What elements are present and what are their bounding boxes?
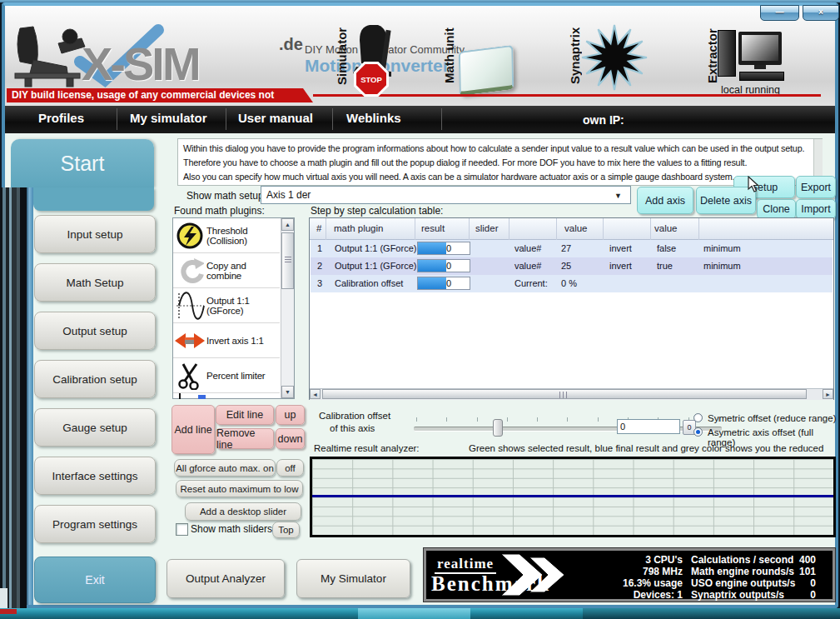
chevron-down-icon[interactable]: ▼ — [614, 192, 622, 200]
add-axis-button[interactable]: Add axis — [637, 187, 693, 214]
cell-plugin: Output 1:1 (GForce) — [335, 243, 416, 253]
result-progress-bar: 0 — [417, 242, 470, 255]
plugin-item-percent-limiter[interactable]: Percent limiter — [173, 358, 280, 393]
cell-plugin: Calibration offset — [335, 278, 403, 288]
gforce-auto-max-button[interactable]: All gforce auto max. on — [174, 459, 276, 477]
move-up-button[interactable]: up — [276, 405, 305, 425]
sidebar-item-interface-settings[interactable]: Interface settings — [34, 457, 156, 495]
scroll-left-icon[interactable]: ◄ — [310, 389, 321, 399]
plugin-name: Copy and combine — [206, 261, 280, 281]
table-row[interactable]: 2 Output 1:1 (GForce) 0 value# 25 invert… — [311, 257, 833, 275]
menu-separator — [441, 108, 442, 130]
own-ip-label: own IP: — [583, 113, 624, 127]
import-button[interactable]: Import — [796, 199, 836, 219]
button-label: off — [285, 463, 296, 473]
benchmark-cpus: 3 CPU's — [574, 554, 683, 566]
desktop-background — [0, 187, 27, 619]
sidebar-item-start-body[interactable] — [33, 187, 154, 211]
output-analyzer-button[interactable]: Output Analyzer — [167, 559, 285, 598]
calibration-offset-label: Calibration offset — [319, 411, 390, 421]
scroll-up-icon[interactable]: ▲ — [281, 218, 294, 231]
screen: — × X-SIM .de DIY Motion Simulator Commu… — [0, 0, 840, 619]
sidebar-label: Gauge setup — [62, 422, 127, 434]
add-line-button[interactable]: Add line — [171, 405, 215, 454]
plugin-item-output-gforce[interactable]: Output 1:1 (GForce) — [173, 288, 280, 323]
starburst-icon — [580, 23, 649, 92]
license-banner: DIY build license, usage of any commerci… — [7, 88, 313, 102]
cpu-chip-icon — [459, 45, 514, 96]
plugin-item-copy-combine[interactable]: Copy and combine — [173, 253, 280, 288]
sidebar-item-start[interactable]: Start — [11, 139, 154, 187]
scissors-icon — [173, 362, 206, 390]
menu-profiles[interactable]: Profiles — [38, 111, 84, 125]
cell-val2: false — [657, 243, 676, 253]
export-button[interactable]: Export — [796, 176, 836, 198]
minimize-button[interactable]: — — [760, 5, 799, 21]
scrollbar-thumb[interactable] — [281, 232, 294, 289]
sidebar-label: Math Setup — [66, 277, 123, 289]
table-row[interactable]: 3 Calibration offset 0 Current: 0 % — [311, 275, 833, 292]
sidebar-item-calibration-setup[interactable]: Calibration setup — [34, 360, 156, 398]
stage-label-simulator: Simulator — [335, 21, 349, 91]
scroll-down-icon[interactable]: ▼ — [281, 386, 294, 398]
close-button[interactable]: × — [803, 5, 839, 21]
add-desktop-slider-button[interactable]: Add a desktop slider — [185, 502, 301, 521]
sidebar-item-output-setup[interactable]: Output setup — [34, 312, 156, 350]
plugin-name: Percent limiter — [206, 371, 266, 381]
my-simulator-button[interactable]: My Simulator — [296, 559, 410, 598]
reset-auto-max-button[interactable]: Reset auto maximum to low — [176, 480, 303, 497]
show-math-sliders-checkbox[interactable] — [176, 523, 188, 536]
cell-key2: invert — [609, 261, 632, 271]
calibration-slider-thumb[interactable] — [493, 419, 503, 437]
offset-value-input[interactable] — [617, 419, 680, 434]
menu-weblinks[interactable]: Weblinks — [346, 111, 401, 125]
clone-button[interactable]: Clone — [757, 199, 796, 219]
scroll-right-icon[interactable]: ► — [823, 389, 833, 399]
plugin-item-threshold[interactable]: Threshold (Collision) — [173, 218, 280, 253]
license-banner-line — [313, 94, 821, 97]
benchmark-calc-label: Calculations / second — [691, 554, 793, 566]
table-row[interactable]: 1 Output 1:1 (GForce) 0 value# 27 invert… — [311, 240, 833, 257]
red-double-arrow-icon — [173, 332, 206, 350]
cell-num: 3 — [317, 278, 322, 288]
axis-select-dropdown[interactable]: Axis 1 der — [261, 186, 631, 204]
cell-key1: Current: — [514, 278, 548, 288]
intro-line-3: Also you can specify how much virtual ax… — [183, 170, 817, 184]
cell-val1: 27 — [561, 243, 571, 253]
symetric-offset-radio[interactable] — [693, 413, 703, 422]
benchmark-math-label: Math engine rounds/s — [691, 566, 794, 577]
sidebar-item-gauge-setup[interactable]: Gauge setup — [34, 408, 156, 447]
button-label: Reset auto maximum to low — [181, 484, 299, 494]
table-label: Step by step calculation table: — [311, 205, 443, 217]
sidebar-label: Calibration setup — [52, 373, 137, 386]
edit-line-button[interactable]: Edit line — [216, 405, 274, 425]
intro-line-2: Therefore you have to choose a math plug… — [183, 156, 817, 170]
plugin-item-invert-axis[interactable]: Invert axis 1:1 — [173, 323, 280, 358]
lightning-circle-icon — [173, 222, 206, 249]
remove-line-button[interactable]: Remove line — [216, 428, 274, 449]
cell-val3: minimum — [703, 243, 741, 253]
cell-num: 2 — [317, 261, 322, 271]
sidebar-item-math-setup[interactable]: Math Setup — [34, 263, 156, 302]
benchmark-brand-line2: Benchmark — [431, 572, 550, 596]
sidebar-item-exit[interactable]: Exit — [34, 557, 156, 603]
plugin-name: Invert axis 1:1 — [206, 336, 264, 346]
plugin-item-partial[interactable] — [173, 393, 280, 399]
scrollbar-thumb[interactable] — [322, 389, 807, 399]
cell-key2: invert — [609, 243, 632, 253]
logo-tld: .de — [279, 35, 303, 54]
sidebar-item-program-settings[interactable]: Program settings — [34, 505, 156, 543]
button-label: Edit line — [226, 409, 263, 421]
top-button[interactable]: Top — [272, 522, 300, 538]
menu-user-manual[interactable]: User manual — [238, 111, 313, 125]
table-horizontal-scrollbar[interactable]: ◄ ► — [310, 388, 833, 400]
taskbar-segment — [583, 608, 840, 619]
sidebar-item-input-setup[interactable]: Input setup — [34, 215, 156, 253]
plugin-list-scrollbar[interactable]: ▲ ▼ — [281, 218, 294, 398]
gforce-off-button[interactable]: off — [276, 459, 304, 477]
sidebar-label: Exit — [85, 573, 104, 587]
axis-selected-value: Axis 1 der — [266, 189, 311, 201]
asymetric-offset-radio[interactable] — [693, 427, 703, 437]
move-down-button[interactable]: down — [276, 428, 305, 449]
menu-my-simulator[interactable]: My simulator — [130, 111, 207, 125]
